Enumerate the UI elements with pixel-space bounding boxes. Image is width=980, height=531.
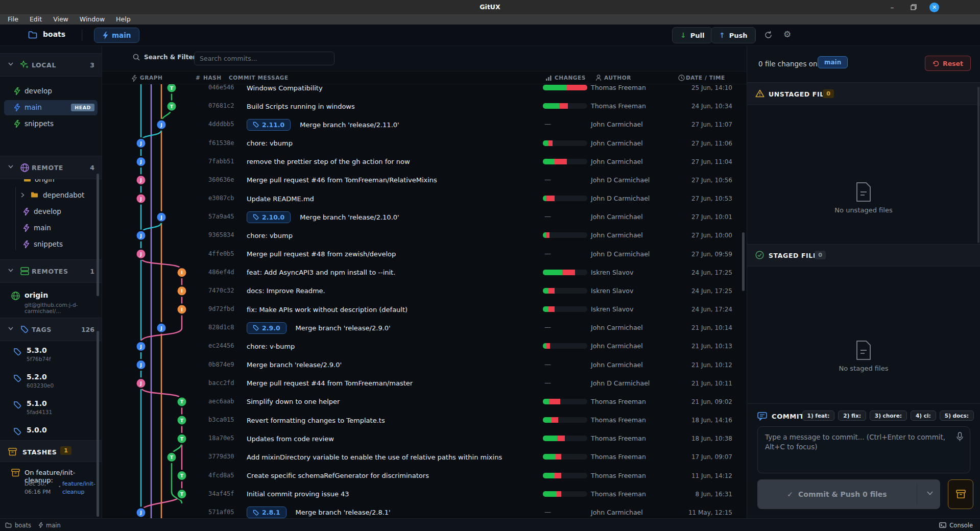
commit-row[interactable]: 9365834 chore: vbump John Carmichael 27 … <box>102 226 747 245</box>
commit-message: Merge pull request #44 from TomFreeman/m… <box>247 379 413 387</box>
commit-row[interactable]: 360636e Merge pull request #46 from TomF… <box>102 171 747 189</box>
tag-item[interactable]: 5.1.0 5fad4131 <box>0 398 102 424</box>
commit-row[interactable]: ec24456 chore: v-bump John Carmichael 21… <box>102 337 747 355</box>
column-hash: HASH <box>203 75 222 81</box>
commit-list-scrollbar[interactable] <box>742 232 745 291</box>
search-commits-input[interactable] <box>194 52 334 65</box>
section-stashes-header[interactable]: STASHES 1 <box>0 440 102 462</box>
stash-item[interactable]: On feature/init-cleanup: Dec 30, 06:16 P… <box>0 469 102 510</box>
version-tag-badge[interactable]: 2.11.0 <box>247 119 291 131</box>
current-branch-button[interactable]: main <box>94 28 139 43</box>
section-remotes-header[interactable]: REMOTES 1 <box>0 259 102 283</box>
commit-prefix-chip[interactable]: 4) ci: <box>911 411 936 421</box>
commit-date: 24 Jun, 17:24 <box>691 306 732 313</box>
commit-row[interactable]: 4fcd8a5 Create specific schemaRefGenerat… <box>102 467 747 485</box>
version-tag-badge[interactable]: 2.10.0 <box>247 211 291 223</box>
menu-item-edit[interactable]: Edit <box>24 14 47 25</box>
sidebar-scrollbar-main[interactable] <box>97 331 99 517</box>
menu-item-file[interactable]: File <box>2 14 24 25</box>
section-local-header[interactable]: LOCAL 3 <box>0 53 102 77</box>
commit-row[interactable]: 07681c2 Build Scripts running in windows… <box>102 97 747 115</box>
commit-row[interactable]: 4dddbb5 2.11.0 Merge branch 'release/2.1… <box>102 115 747 134</box>
close-button[interactable]: ✕ <box>929 3 939 12</box>
changes-bar <box>543 399 587 404</box>
stash-separator-dot: • <box>58 484 61 489</box>
commit-row[interactable]: e3087cb Update README.md John D Carmicha… <box>102 189 747 208</box>
remotes-origin-item[interactable]: origin git@github.com:j-d-carmichael/... <box>0 291 102 313</box>
commit-prefix-chip[interactable]: 5) docs: <box>940 411 974 421</box>
statusbar-repo[interactable]: boats <box>5 519 31 531</box>
changes-bar <box>543 159 587 164</box>
commit-row[interactable]: 34af45f Initial commit proving issue 43 … <box>102 485 747 503</box>
menu-item-window[interactable]: Window <box>74 14 110 25</box>
pull-button[interactable]: ↓ Pull <box>672 27 712 43</box>
sidebar-scrollbar-remote[interactable] <box>97 174 99 296</box>
commit-row[interactable]: 046e546 Windows Compatibility Thomas Fre… <box>102 84 747 97</box>
menu-item-view[interactable]: View <box>47 14 74 25</box>
minimize-button[interactable]: – <box>888 3 897 12</box>
section-tags-header[interactable]: TAGS 126 <box>0 318 102 341</box>
folder-icon <box>31 191 38 198</box>
commit-row[interactable]: 9d72fbd fix: Make APIs work without desc… <box>102 300 747 319</box>
commit-and-push-button[interactable]: ✓ Commit & Push 0 files <box>757 479 940 509</box>
stash-button[interactable] <box>948 479 973 509</box>
check-icon: ✓ <box>787 490 793 498</box>
changes-bar <box>543 103 587 109</box>
menu-item-help[interactable]: Help <box>110 14 136 25</box>
console-toggle[interactable]: Console <box>939 519 973 531</box>
commit-row[interactable]: 828d1c8 2.9.0 Merge branch 'release/2.9.… <box>102 319 747 337</box>
sidebar-branch-item[interactable]: develop <box>0 83 102 100</box>
push-button[interactable]: ↑ Push <box>711 27 756 43</box>
commit-row[interactable]: 486ef4d feat: Add AsyncAPI3 and npm inst… <box>102 263 747 282</box>
current-branch-label: main <box>112 31 131 39</box>
pull-label: Pull <box>690 32 705 39</box>
commit-row[interactable]: b3ca015 Revert formatting changes to Tem… <box>102 411 747 429</box>
commit-list-viewport[interactable]: TTJJJJJJJJIIIJJJJTTTTTTJ 046e546 Windows… <box>102 84 747 518</box>
commit-row[interactable]: 571af05 2.8.1 Merge branch 'release/2.8.… <box>102 503 747 518</box>
section-remote-header[interactable]: REMOTE 4 <box>0 156 102 179</box>
microphone-icon[interactable] <box>956 432 964 442</box>
sidebar-remote-item[interactable]: develop <box>0 204 102 220</box>
sidebar-remote-item[interactable]: dependabot <box>0 187 102 204</box>
sidebar-remote-item[interactable]: snippets <box>0 236 102 253</box>
unstaged-files-header[interactable]: UNSTAGED FILES 0 <box>747 83 980 105</box>
commit-row[interactable]: 7fabb51 remove the prettier step of the … <box>102 153 747 171</box>
commit-prefix-chip[interactable]: 2) fix: <box>838 411 866 421</box>
sidebar-branch-item[interactable]: main HEAD <box>0 100 102 116</box>
commit-row[interactable]: 0b874e9 Merge branch 'release/2.9.0' — J… <box>102 356 747 374</box>
version-tag-badge[interactable]: 2.8.1 <box>247 506 286 518</box>
commit-row[interactable]: 7470c32 docs: Improve Readme. Iskren Sla… <box>102 282 747 300</box>
commit-date: 27 Jun, 10:00 <box>691 232 732 239</box>
settings-gear-icon[interactable]: ⚙ <box>783 29 791 39</box>
commit-row[interactable]: 57a9a45 2.10.0 Merge branch 'release/2.1… <box>102 208 747 226</box>
commit-row[interactable]: bacc2fd Merge pull request #44 from TomF… <box>102 374 747 393</box>
sidebar-remote-item[interactable]: main <box>0 220 102 236</box>
stash-branch-link[interactable]: feature/init-cleanup <box>62 480 99 496</box>
stash-box-icon <box>11 469 20 477</box>
chevron-down-icon[interactable] <box>927 491 933 495</box>
refresh-icon[interactable] <box>764 31 773 39</box>
commit-row[interactable]: 4ffe0b5 Merge pull request #48 from zewi… <box>102 245 747 263</box>
commit-row[interactable]: aec6aab Simplify down to one helper Thom… <box>102 393 747 411</box>
tag-hash: 5fad4131 <box>27 409 52 415</box>
commit-row[interactable]: f61538e chore: vbump John Carmichael 27 … <box>102 134 747 153</box>
version-tag-badge[interactable]: 2.9.0 <box>247 322 286 334</box>
staged-files-header[interactable]: STAGED FILES 0 <box>747 244 980 267</box>
commit-row[interactable]: 18a70e5 Updates from code review Thomas … <box>102 429 747 448</box>
commit-prefix-chip[interactable]: 3) chore: <box>870 411 907 421</box>
commit-date: 11 Jun, 14:12 <box>691 472 732 479</box>
statusbar-branch[interactable]: main <box>39 519 61 531</box>
tag-item[interactable]: 5.3.0 5f76b74f <box>0 345 102 371</box>
commit-prefix-chip[interactable]: 1) feat: <box>802 411 835 421</box>
maximize-button[interactable] <box>909 3 918 12</box>
panel-scrollbar[interactable] <box>977 87 979 243</box>
toolbar-separator-2 <box>755 30 755 41</box>
repo-name[interactable]: boats <box>43 30 65 38</box>
panel-branch-chip[interactable]: main <box>818 56 848 68</box>
commit-row[interactable]: 3779d30 Add mixinDirectory variable to e… <box>102 448 747 466</box>
tag-item[interactable]: 5.2.0 603230e0 <box>0 371 102 398</box>
commit-message-input[interactable] <box>758 427 970 473</box>
reset-button[interactable]: Reset <box>925 56 971 71</box>
sidebar-branch-item[interactable]: snippets <box>0 116 102 132</box>
reset-icon <box>933 60 939 67</box>
